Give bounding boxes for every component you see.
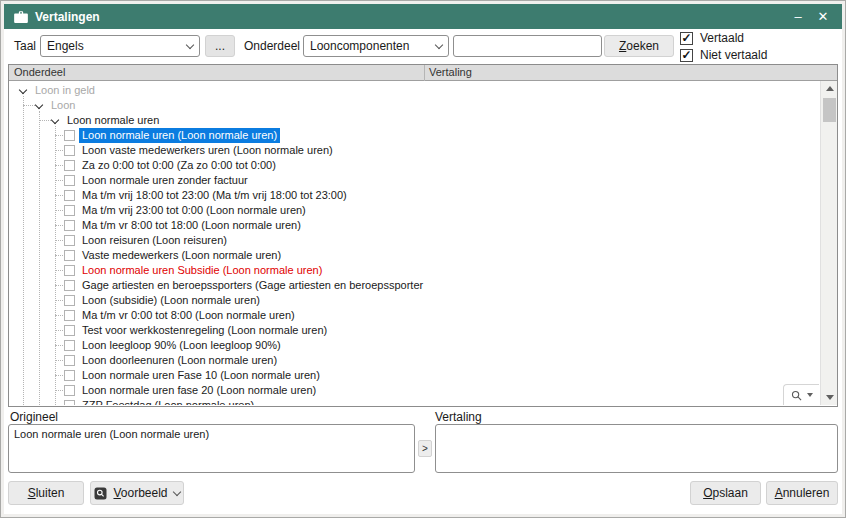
tree-item-label: Loon vaste medewerkers uren (Loon normal… <box>82 143 333 158</box>
magnifier-icon <box>791 390 802 401</box>
translated-checkbox[interactable]: ✓ <box>680 32 693 45</box>
tree-guide <box>55 135 63 136</box>
tree-item-label: ZZP Feestdag (Loon normale uren) <box>82 398 254 405</box>
save-label: Opslaan <box>703 486 748 500</box>
tree-item[interactable]: Test voor werkkostenregeling (Loon norma… <box>9 323 820 338</box>
item-checkbox[interactable] <box>64 295 75 306</box>
tree-guide <box>55 315 63 316</box>
tree-item[interactable]: Ma t/m vrij 23:00 tot 0:00 (Loon normale… <box>9 203 820 218</box>
tree-guide <box>55 285 63 286</box>
item-checkbox[interactable] <box>64 400 75 405</box>
item-checkbox[interactable] <box>64 280 75 291</box>
list-zoom-control[interactable] <box>783 384 819 405</box>
section-select[interactable]: Looncomponenten <box>303 35 449 57</box>
tree-item[interactable]: Loon normale uren zonder factuur <box>9 173 820 188</box>
tree-item-label: Gage artiesten en beroepssporters (Gage … <box>82 278 423 293</box>
tree-group-label[interactable]: Loon <box>51 98 75 113</box>
tree-guide <box>23 96 24 405</box>
tree-guide <box>55 375 63 376</box>
tree-item[interactable]: Loon normale uren Subsidie (Loon normale… <box>9 263 820 278</box>
language-select[interactable]: Engels <box>40 35 200 57</box>
item-checkbox[interactable] <box>64 130 75 141</box>
item-checkbox[interactable] <box>64 205 75 216</box>
original-textarea[interactable]: Loon normale uren (Loon normale uren) <box>8 424 415 473</box>
tree-item-label: Loon normale uren (Loon normale uren) <box>79 128 280 143</box>
item-checkbox[interactable] <box>64 250 75 261</box>
item-checkbox[interactable] <box>64 160 75 171</box>
minimize-button[interactable]: – <box>789 4 807 29</box>
scroll-up-icon[interactable] <box>821 81 837 96</box>
tree-item[interactable]: Loon vaste medewerkers uren (Loon normal… <box>9 143 820 158</box>
tree-item-label: Loon (subsidie) (Loon normale uren) <box>82 293 260 308</box>
item-checkbox[interactable] <box>64 190 75 201</box>
tree-group-label[interactable]: Loon normale uren <box>67 113 159 128</box>
filter-translated-row[interactable]: ✓ Vertaald <box>680 31 744 45</box>
translation-textarea[interactable] <box>435 424 838 473</box>
tree-item[interactable]: Loon doorleenuren (Loon normale uren) <box>9 353 820 368</box>
close-dialog-button[interactable]: Sluiten <box>8 481 84 505</box>
tree-guide <box>55 240 63 241</box>
close-button[interactable]: ✕ <box>814 4 832 29</box>
tree-item[interactable]: Loon leegloop 90% (Loon leegloop 90%) <box>9 338 820 353</box>
preview-label: Voorbeeld <box>113 486 167 500</box>
chevron-down-icon[interactable] <box>51 116 59 124</box>
tree-item[interactable]: Loon reisuren (Loon reisuren) <box>9 233 820 248</box>
item-checkbox[interactable] <box>64 310 75 321</box>
tree-item[interactable]: Ma t/m vr 0:00 tot 8:00 (Loon normale ur… <box>9 308 820 323</box>
copy-to-translation-button[interactable]: > <box>418 440 432 457</box>
item-checkbox[interactable] <box>64 325 75 336</box>
tree-guide <box>55 300 63 301</box>
tree-group-row[interactable]: Loon normale uren <box>9 113 820 128</box>
tree-item[interactable]: Loon normale uren (Loon normale uren) <box>9 128 820 143</box>
close-dialog-label: Sluiten <box>28 486 65 500</box>
tree-guide <box>55 270 63 271</box>
tree-item-label: Loon normale uren Fase 10 (Loon normale … <box>82 368 320 383</box>
tree-item[interactable]: Loon normale uren fase 20 (Loon normale … <box>9 383 820 398</box>
item-checkbox[interactable] <box>64 340 75 351</box>
search-button[interactable]: Zoeken <box>604 35 674 57</box>
titlebar: Vertalingen – ✕ <box>4 4 842 29</box>
more-languages-button[interactable]: ... <box>205 35 235 57</box>
tree-guide <box>23 105 35 106</box>
briefcase-icon <box>14 11 28 23</box>
tree-item[interactable]: ZZP Feestdag (Loon normale uren) <box>9 398 820 405</box>
tree-group-row[interactable]: Loon in geld <box>9 83 820 98</box>
item-checkbox[interactable] <box>64 385 75 396</box>
tree-item-label: Loon doorleenuren (Loon normale uren) <box>82 353 277 368</box>
column-vertaling[interactable]: Vertaling <box>429 66 472 78</box>
scroll-down-icon[interactable] <box>821 390 837 405</box>
search-input[interactable] <box>453 35 602 57</box>
item-checkbox[interactable] <box>64 265 75 276</box>
tree-group-row[interactable]: Loon <box>9 98 820 113</box>
save-button[interactable]: Opslaan <box>690 481 761 505</box>
item-checkbox[interactable] <box>64 370 75 381</box>
item-checkbox[interactable] <box>64 220 75 231</box>
item-checkbox[interactable] <box>64 175 75 186</box>
tree-group-label[interactable]: Loon in geld <box>35 83 95 98</box>
item-checkbox[interactable] <box>64 355 75 366</box>
tree-item[interactable]: Ma t/m vrij 18:00 tot 23:00 (Ma t/m vrij… <box>9 188 820 203</box>
tree-item[interactable]: Za zo 0:00 tot 0:00 (Za zo 0:00 tot 0:00… <box>9 158 820 173</box>
cancel-button[interactable]: Annuleren <box>766 481 838 505</box>
tree-item[interactable]: Gage artiesten en beroepssporters (Gage … <box>9 278 820 293</box>
chevron-down-icon[interactable] <box>35 101 43 109</box>
scrollbar-thumb[interactable] <box>823 98 836 122</box>
tree-item-label: Loon normale uren fase 20 (Loon normale … <box>82 383 316 398</box>
tree-item[interactable]: Loon normale uren Fase 10 (Loon normale … <box>9 368 820 383</box>
item-checkbox[interactable] <box>64 145 75 156</box>
tree-item[interactable]: Vaste medewerkers (Loon normale uren) <box>9 248 820 263</box>
column-onderdeel[interactable]: Onderdeel <box>14 66 65 78</box>
section-value: Looncomponenten <box>310 36 436 56</box>
chevron-down-icon[interactable] <box>19 86 27 94</box>
tree-guide <box>39 111 40 405</box>
vertical-scrollbar[interactable] <box>820 81 837 405</box>
item-checkbox[interactable] <box>64 235 75 246</box>
tree-guide <box>55 195 63 196</box>
tree-item[interactable]: Loon (subsidie) (Loon normale uren) <box>9 293 820 308</box>
vertalingen-window: Vertalingen – ✕ Taal Engels ... Onderdee… <box>0 0 846 518</box>
tree-item[interactable]: Ma t/m vr 8:00 tot 18:00 (Loon normale u… <box>9 218 820 233</box>
tree: Loon in geldLoonLoon normale urenLoon no… <box>9 81 820 405</box>
untranslated-checkbox[interactable]: ✓ <box>680 49 693 62</box>
filter-untranslated-row[interactable]: ✓ Niet vertaald <box>680 48 767 62</box>
preview-button[interactable]: Voorbeeld <box>90 481 184 505</box>
